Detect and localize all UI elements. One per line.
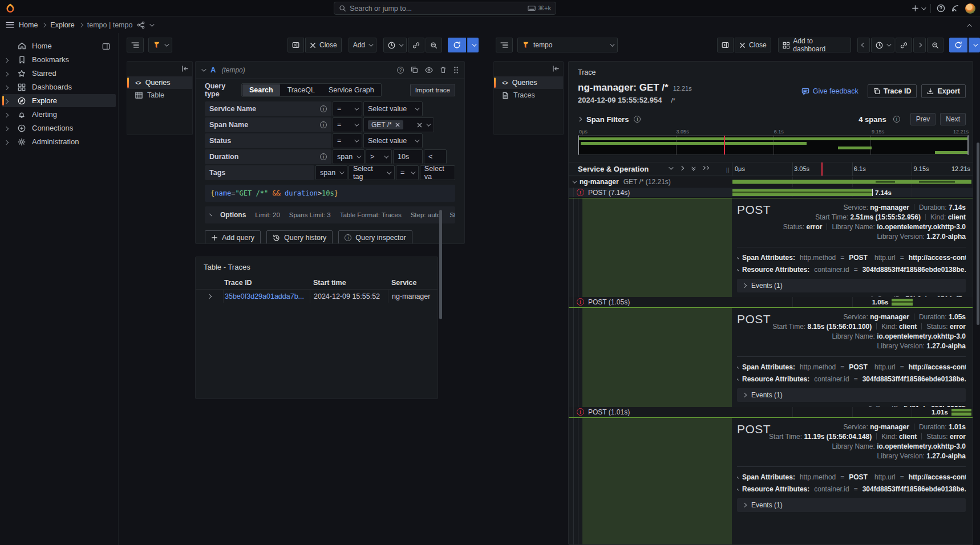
table-row[interactable]: 35be0f3d29a01adda7b... 2024-12-09 15:55:… [196, 290, 438, 303]
span-name-op-select[interactable]: = [333, 117, 362, 132]
collapse-sidebar-icon[interactable] [552, 64, 560, 72]
span-bar-1[interactable] [732, 189, 872, 196]
trash-icon[interactable] [440, 66, 447, 74]
outline-toggle-button-right[interactable] [496, 38, 513, 52]
tags-value-select[interactable]: Select va [420, 165, 455, 180]
close-right-pane-button[interactable]: Close [735, 38, 771, 52]
avatar[interactable] [965, 3, 975, 14]
news-icon[interactable] [951, 4, 959, 13]
expand-row-icon[interactable] [207, 294, 212, 298]
mode-service-graph[interactable]: Service Graph [322, 84, 381, 96]
span-id-row[interactable]: SpanID: 78b8cbaa6514af7a [737, 292, 966, 297]
search-input[interactable]: Search or jump to... ⌘+k [334, 2, 556, 15]
status-op-select[interactable]: = [333, 133, 362, 148]
chevron-down-icon[interactable] [150, 22, 155, 26]
tags-op-select[interactable]: = [396, 165, 419, 180]
clear-icon[interactable] [417, 123, 422, 128]
breadcrumb-explore[interactable]: Explore [50, 21, 74, 29]
link-split-button-right[interactable] [896, 38, 912, 52]
tags-tag-select[interactable]: Select tag [349, 165, 395, 180]
span-row-2[interactable]: ! POST (1.05s) 1.05s [569, 297, 973, 307]
span-name-chip[interactable]: GET /* [368, 120, 403, 129]
tags-scope-select[interactable]: span [315, 165, 347, 180]
menu-icon[interactable] [6, 21, 14, 29]
give-feedback-link[interactable]: Give feedback [801, 87, 858, 95]
eye-icon[interactable] [425, 67, 433, 74]
datasource-picker-right[interactable]: tempo [517, 38, 618, 52]
service-name-value-select[interactable]: Select value [363, 101, 423, 116]
collapse-icon[interactable] [572, 178, 577, 183]
span-attributes-row[interactable]: Span Attributes: http.method=POST http.u… [737, 361, 966, 373]
service-operation-header[interactable]: Service & Operation [578, 165, 649, 173]
collapse-query-icon[interactable] [201, 67, 206, 71]
collapse-all-icon[interactable] [691, 166, 694, 171]
col-trace-id[interactable]: Trace ID [223, 276, 310, 289]
trace-id-button[interactable]: Trace ID [868, 84, 917, 98]
col-start-time[interactable]: Start time [310, 276, 388, 289]
breadcrumb-home[interactable]: Home [19, 21, 38, 29]
move-pane-button-right[interactable] [717, 38, 734, 52]
events-row[interactable]: Events (1) [737, 388, 966, 402]
tab-queries-left[interactable]: <> Queries [127, 76, 192, 89]
export-button[interactable]: Export [921, 84, 966, 98]
add-button[interactable]: Add [349, 38, 376, 52]
mode-search[interactable]: Search [242, 84, 280, 96]
col-service[interactable]: Service [388, 276, 438, 289]
outline-toggle-button[interactable] [127, 38, 144, 52]
panel-title[interactable]: Trace [578, 68, 596, 76]
sidebar-item-explore[interactable]: Explore [2, 94, 116, 107]
span-id-row[interactable]: SpanID: 5d81ebc850b09985 [737, 402, 966, 407]
left-pane-scrollbar[interactable] [439, 210, 442, 319]
copy-icon[interactable] [411, 66, 418, 74]
duration-op2-select[interactable]: < [424, 149, 447, 164]
time-shift-back-button[interactable] [857, 38, 870, 52]
close-left-pane-button[interactable]: Close [305, 38, 342, 52]
span-name-value-select[interactable]: GET /* [363, 117, 434, 132]
link-split-button[interactable] [408, 38, 424, 52]
time-shift-forward-button[interactable] [913, 38, 926, 52]
tab-traces-right[interactable]: Traces [494, 89, 563, 101]
move-pane-button[interactable] [287, 38, 304, 52]
zoom-out-button[interactable] [426, 38, 442, 52]
resource-attributes-row[interactable]: Resource Attributes: container.id=304fd8… [737, 483, 966, 495]
help-icon[interactable] [937, 4, 945, 13]
sidebar-item-alerting[interactable]: Alerting [2, 108, 116, 121]
expand-all-icon[interactable] [702, 166, 708, 171]
sidebar-item-bookmarks[interactable]: Bookmarks [2, 53, 116, 66]
resource-attributes-row[interactable]: Resource Attributes: container.id=304fd8… [737, 263, 966, 275]
panel-title[interactable]: Table - Traces [196, 257, 438, 276]
query-ref[interactable]: A [210, 66, 216, 74]
span-attributes-row[interactable]: Span Attributes: http.method=POST http.u… [737, 251, 966, 263]
trace-minimap[interactable]: 0μs 3.05s 6.1s 9.15s 12.21s [578, 129, 969, 155]
sidebar-item-connections[interactable]: Connections [2, 121, 116, 135]
add-query-button[interactable]: Add query [205, 230, 261, 244]
service-name-op-select[interactable]: = [333, 101, 362, 116]
import-trace-button[interactable]: Import trace [410, 84, 455, 96]
query-inspector-button[interactable]: i Query inspector [338, 230, 412, 244]
time-picker-left[interactable] [383, 38, 407, 52]
sidebar-item-administration[interactable]: Administration [2, 135, 116, 148]
span-bar-3[interactable] [951, 409, 971, 416]
mode-traceql[interactable]: TraceQL [281, 84, 322, 96]
drag-handle-icon[interactable] [453, 66, 459, 74]
options-row[interactable]: Options Limit: 20 Spans Limit: 3 Table F… [205, 206, 455, 223]
run-query-button[interactable] [448, 38, 466, 52]
status-value-select[interactable]: Select value [363, 133, 423, 148]
sidebar-item-starred[interactable]: Starred [2, 67, 116, 80]
prev-button[interactable]: Prev [910, 113, 936, 125]
dock-panel-icon[interactable] [102, 42, 110, 50]
time-picker-right[interactable] [871, 38, 894, 52]
span-row-1[interactable]: ! POST (7.14s) 7.14s [569, 188, 973, 198]
add-to-dashboard-button[interactable]: Add to dashboard [778, 38, 851, 52]
events-row[interactable]: Events (1) [737, 498, 966, 512]
zoom-out-button-right[interactable] [927, 38, 943, 52]
right-pane-scrollbar[interactable] [977, 143, 979, 325]
trace-id-link[interactable]: 35be0f3d29a01adda7b... [223, 290, 310, 303]
sidebar-item-dashboards[interactable]: Dashboards [2, 80, 116, 93]
span-row-3[interactable]: ! POST (1.01s) 1.01s [569, 407, 973, 417]
duration-scope-select[interactable]: span [333, 149, 365, 164]
minimap-canvas[interactable] [578, 135, 969, 155]
span-bar-2[interactable] [892, 299, 912, 306]
datasource-picker-left[interactable] [148, 38, 172, 52]
column-resizer[interactable]: || [726, 167, 730, 173]
